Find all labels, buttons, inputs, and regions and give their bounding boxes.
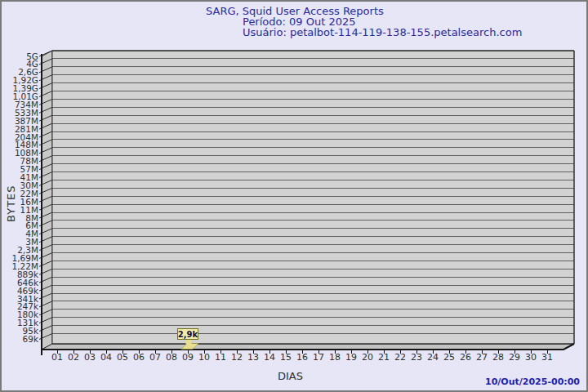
x-tick-label: 29 [509, 352, 520, 363]
chart-floor [42, 344, 574, 350]
x-tick-label: 16 [296, 352, 308, 363]
x-tick-label: 01 [51, 352, 63, 363]
x-tick-label: 09 [182, 352, 194, 363]
plot-area [52, 51, 574, 344]
x-tick-label: 08 [166, 352, 177, 363]
x-tick-label: 25 [443, 352, 455, 363]
data-point-label: 2,9k [178, 330, 198, 339]
x-tick-label: 21 [378, 352, 390, 363]
x-tick-label: 10 [198, 352, 210, 363]
x-tick-label: 30 [525, 352, 537, 363]
x-tick-label: 12 [231, 352, 243, 363]
x-tick-label: 19 [345, 352, 357, 363]
x-tick-label: 04 [100, 352, 112, 363]
x-tick-label: 13 [247, 352, 259, 363]
bytes-usage-chart: 5G4G2,6G1,92G1,39G1,01G734M533M387M281M2… [2, 2, 588, 392]
x-tick-label: 02 [68, 352, 79, 363]
x-tick-label: 24 [427, 352, 439, 363]
x-tick-label: 18 [329, 352, 341, 363]
generation-timestamp: 10/Out/2025-00:00 [485, 376, 580, 387]
x-tick-label: 11 [215, 352, 226, 363]
y-tick-label: 69k [23, 334, 39, 344]
x-tick-label: 05 [117, 352, 128, 363]
x-tick-label: 27 [476, 352, 488, 363]
x-tick-label: 22 [394, 352, 406, 363]
x-tick-label: 03 [84, 352, 96, 363]
x-tick-label: 07 [149, 352, 161, 363]
x-tick-label: 26 [460, 352, 471, 363]
x-tick-label: 06 [133, 352, 145, 363]
x-tick-label: 17 [313, 352, 324, 363]
x-tick-label: 28 [492, 352, 504, 363]
x-tick-label: 20 [362, 352, 373, 363]
x-tick-label: 23 [411, 352, 422, 363]
x-tick-label: 14 [264, 352, 275, 363]
x-axis-title: DIAS [278, 370, 303, 382]
x-tick-label: 31 [541, 352, 553, 363]
x-tick-label: 15 [280, 352, 292, 363]
sarg-report-page: SARG, Squid User Access Reports Período:… [0, 0, 588, 392]
